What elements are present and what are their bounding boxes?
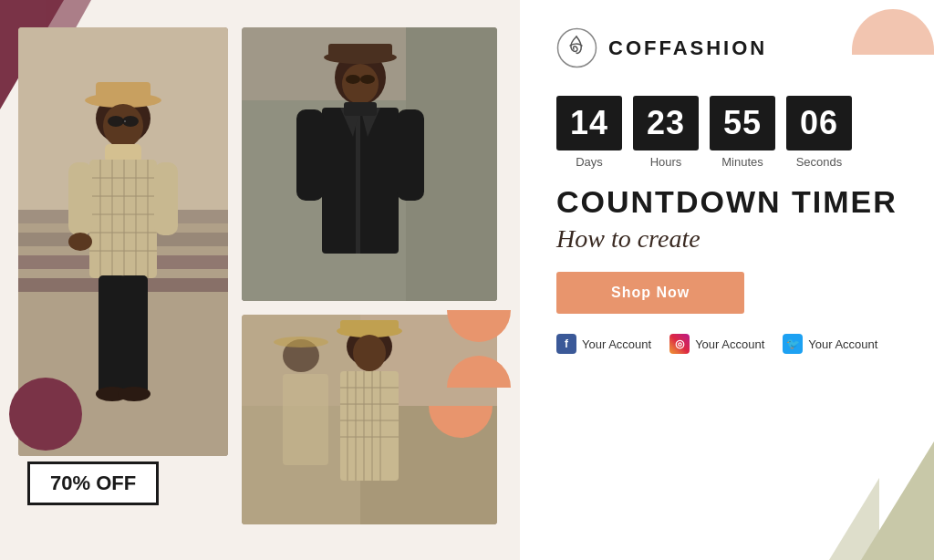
svg-point-66 [274,337,328,347]
countdown-hours: 23 Hours [633,96,699,169]
facebook-label: Your Account [582,337,651,351]
svg-rect-8 [96,82,150,105]
svg-rect-37 [328,44,392,60]
twitter-icon: 🐦 [783,334,803,354]
right-panel: COFFASHION 14 Days 23 Hours 55 Minutes 0… [520,0,934,560]
dark-red-circle-left [9,378,82,451]
facebook-icon: f [556,334,576,354]
svg-rect-45 [296,109,324,201]
shop-now-button[interactable]: Shop Now [556,272,744,314]
svg-rect-53 [340,320,399,335]
subtitle: How to create [556,224,898,254]
pink-half-circle-top-right [852,9,934,55]
svg-point-31 [118,387,150,401]
brand-logo-icon [556,27,597,68]
countdown-seconds-label: Seconds [796,155,843,169]
svg-rect-25 [68,162,92,235]
svg-point-38 [342,64,379,104]
social-facebook[interactable]: f Your Account [556,334,651,354]
svg-point-9 [103,104,143,148]
svg-rect-29 [120,275,148,394]
svg-rect-47 [344,102,377,116]
social-row: f Your Account ◎ Your Account 🐦 Your Acc… [556,334,898,354]
green-triangle-right2 [829,478,879,560]
social-twitter[interactable]: 🐦 Your Account [783,334,877,354]
instagram-label: Your Account [695,337,764,351]
countdown-seconds: 06 Seconds [786,96,852,169]
social-instagram[interactable]: ◎ Your Account [669,334,764,354]
twitter-label: Your Account [808,337,877,351]
discount-text: 70% OFF [50,472,136,494]
brand-header: COFFASHION [556,27,898,68]
svg-point-27 [68,233,92,251]
svg-rect-26 [154,162,178,235]
countdown-seconds-value: 06 [786,96,852,150]
svg-rect-67 [283,374,328,465]
left-panel: 70% OFF [0,0,520,560]
countdown-minutes-label: Minutes [721,155,763,169]
countdown-days-label: Days [576,155,603,169]
discount-badge: 70% OFF [27,461,159,505]
countdown-row: 14 Days 23 Hours 55 Minutes 06 Seconds [556,96,898,169]
photo-man-right [242,27,497,301]
countdown-minutes: 55 Minutes [710,96,775,169]
svg-rect-46 [397,109,424,201]
countdown-hours-label: Hours [650,155,682,169]
svg-rect-42 [356,108,360,254]
svg-point-10 [108,116,124,127]
instagram-icon: ◎ [669,334,690,354]
svg-point-39 [346,75,360,84]
svg-point-54 [353,335,386,371]
countdown-days: 14 Days [556,96,622,169]
brand-name: COFFASHION [608,36,767,60]
countdown-hours-value: 23 [633,96,699,150]
main-title: COUNTDOWN TIMER [556,185,898,219]
countdown-minutes-value: 55 [710,96,775,150]
countdown-days-value: 14 [556,96,622,150]
svg-point-40 [360,75,375,84]
